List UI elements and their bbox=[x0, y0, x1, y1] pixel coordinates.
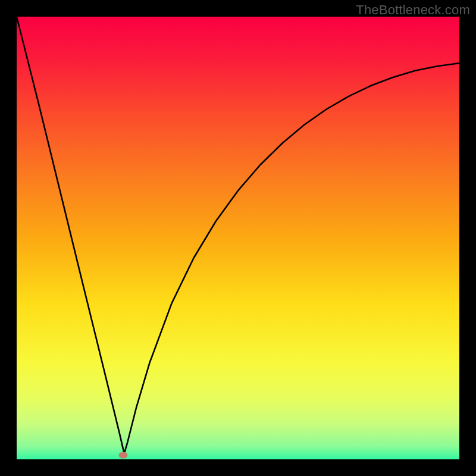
watermark-text: TheBottleneck.com bbox=[356, 2, 470, 18]
plot-frame bbox=[17, 17, 459, 459]
bottleneck-curve bbox=[17, 17, 459, 459]
minimum-marker-dot bbox=[118, 452, 127, 458]
